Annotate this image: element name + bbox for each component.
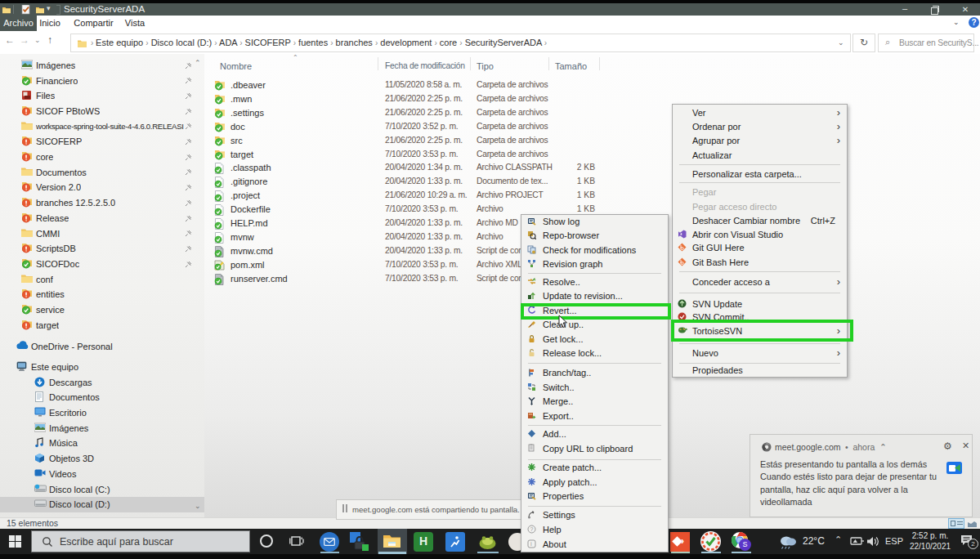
svg-text:i: i (530, 540, 532, 548)
svg-text:?: ? (530, 526, 534, 532)
